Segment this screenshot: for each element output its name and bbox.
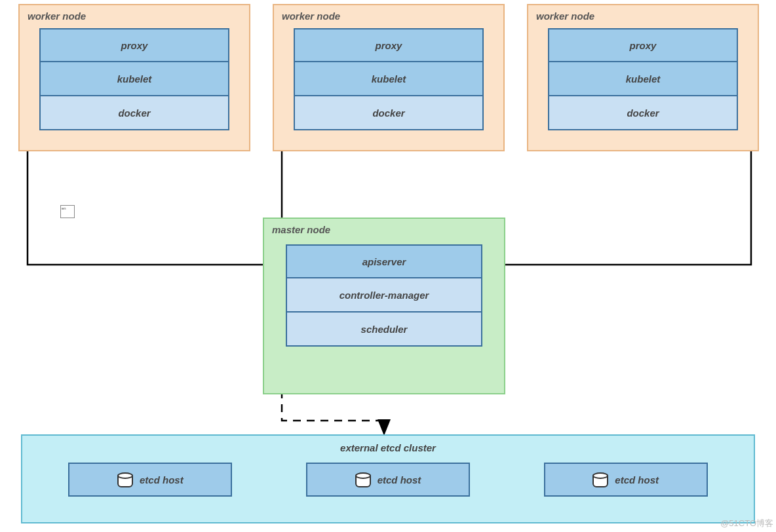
worker-node-3: worker node proxy kubelet docker	[527, 4, 759, 151]
component-controller-manager: controller-manager	[286, 278, 482, 313]
worker-stack: proxy kubelet docker	[39, 28, 229, 130]
worker-node-title: worker node	[282, 10, 495, 22]
worker-node-2: worker node proxy kubelet docker	[273, 4, 505, 151]
component-kubelet: kubelet	[294, 62, 484, 96]
watermark-text: @51CTO博客	[720, 518, 773, 529]
etcd-host: etcd host	[68, 463, 232, 497]
component-apiserver: apiserver	[286, 244, 482, 278]
component-docker: docker	[39, 96, 229, 130]
component-scheduler: scheduler	[286, 313, 482, 347]
etcd-host: etcd host	[306, 463, 470, 497]
worker-stack: proxy kubelet docker	[548, 28, 738, 130]
worker-node-title: worker node	[536, 10, 750, 22]
master-node-title: master node	[272, 224, 496, 235]
etcd-host-label: etcd host	[378, 474, 421, 485]
ime-indicator-icon: en	[60, 205, 75, 218]
database-icon	[355, 472, 368, 487]
database-icon	[117, 472, 130, 487]
master-node: master node apiserver controller-manager…	[263, 218, 505, 394]
worker-node-title: worker node	[28, 10, 241, 22]
component-kubelet: kubelet	[39, 62, 229, 96]
component-kubelet: kubelet	[548, 62, 738, 96]
component-proxy: proxy	[294, 28, 484, 62]
worker-node-1: worker node proxy kubelet docker	[18, 4, 250, 151]
external-etcd-cluster: external etcd cluster etcd host etcd hos…	[21, 434, 755, 523]
etcd-host-label: etcd host	[140, 474, 184, 485]
component-proxy: proxy	[548, 28, 738, 62]
component-docker: docker	[294, 96, 484, 130]
database-icon	[592, 472, 606, 487]
master-stack: apiserver controller-manager scheduler	[286, 244, 482, 347]
component-proxy: proxy	[39, 28, 229, 62]
diagram-canvas: worker node proxy kubelet docker worker …	[0, 0, 776, 532]
worker-stack: proxy kubelet docker	[294, 28, 484, 130]
etcd-hosts-row: etcd host etcd host etcd host	[31, 463, 745, 497]
etcd-host-label: etcd host	[615, 474, 659, 485]
etcd-host: etcd host	[544, 463, 708, 497]
component-docker: docker	[548, 96, 738, 130]
etcd-cluster-title: external etcd cluster	[31, 442, 745, 453]
